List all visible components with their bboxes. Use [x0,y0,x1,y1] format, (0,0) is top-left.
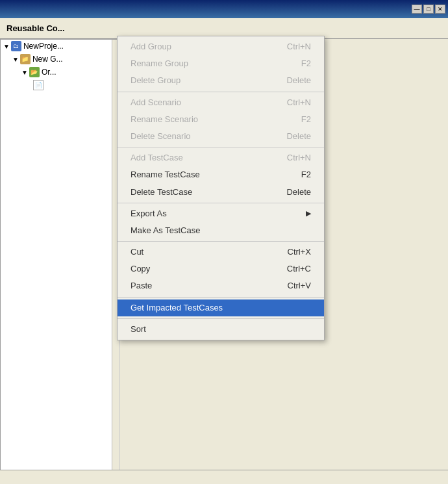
testcase-icon: 📄 [33,80,44,90]
title-bar: — □ ✕ [0,0,448,18]
menu-item-delete-group[interactable]: Delete Group Delete [118,72,324,89]
menu-item-make-as-testcase[interactable]: Make As TestCase [118,222,324,239]
menu-item-copy[interactable]: Copy Ctrl+C [118,261,324,277]
menu-item-add-testcase[interactable]: Add TestCase Ctrl+N [118,149,324,166]
status-bar [0,470,448,484]
menu-section-testcase: Add TestCase Ctrl+N Rename TestCase F2 D… [118,147,324,203]
scenario-icon: 📂 [29,67,40,77]
tree-arrow-group: ▼ [12,56,19,63]
tree-arrow-scenario: ▼ [21,69,28,76]
menu-item-get-impacted[interactable]: Get Impacted TestCases [118,299,324,316]
tree-item-project[interactable]: ▼ 🗂 NewProje... [1,40,119,53]
menu-item-add-scenario[interactable]: Add Scenario Ctrl+N [118,94,324,111]
menu-item-delete-testcase[interactable]: Delete TestCase Delete [118,184,324,201]
menu-item-sort[interactable]: Sort [118,321,324,338]
tree-item-testcase[interactable]: 📄 [1,79,119,92]
minimize-button[interactable]: — [412,5,422,14]
menu-section-clipboard: Cut Ctrl+X Copy Ctrl+C Paste Ctrl+V [118,242,324,298]
menu-section-scenario: Add Scenario Ctrl+N Rename Scenario F2 D… [118,92,324,148]
menu-item-delete-scenario[interactable]: Delete Scenario Delete [118,128,324,145]
tree-panel: ▼ 🗂 NewProje... ▼ 📁 New G... ▼ 📂 Or... 📄 [0,39,120,484]
close-button[interactable]: ✕ [435,5,445,14]
maximize-button[interactable]: □ [423,5,434,14]
tree-label-project: NewProje... [23,42,64,51]
menu-item-export-as[interactable]: Export As ▶ [118,205,324,222]
project-icon: 🗂 [11,41,21,51]
menu-item-paste[interactable]: Paste Ctrl+V [118,277,324,294]
title-bar-controls: — □ ✕ [412,5,445,14]
menu-item-cut[interactable]: Cut Ctrl+X [118,244,324,261]
tree-item-group[interactable]: ▼ 📁 New G... [1,53,119,66]
group-icon: 📁 [20,54,31,64]
tree-label-group: New G... [32,55,63,64]
main-panel: — □ ✕ Reusable Co... ▼ 🗂 NewProje... ▼ 📁… [0,0,448,484]
panel-title: Reusable Co... [6,23,65,33]
menu-section-export: Export As ▶ Make As TestCase [118,203,324,242]
menu-section-impacted: Get Impacted TestCases [118,298,324,319]
tree-label-scenario: Or... [42,68,56,77]
menu-section-group: Add Group Ctrl+N Rename Group F2 Delete … [118,36,324,92]
tree-item-scenario[interactable]: ▼ 📂 Or... [1,66,119,79]
menu-section-sort: Sort [118,319,324,340]
menu-item-rename-group[interactable]: Rename Group F2 [118,55,324,72]
menu-item-add-group[interactable]: Add Group Ctrl+N [118,38,324,55]
menu-item-rename-testcase[interactable]: Rename TestCase F2 [118,166,324,183]
menu-item-rename-scenario[interactable]: Rename Scenario F2 [118,111,324,128]
tree-arrow-project: ▼ [3,43,10,50]
context-menu: Add Group Ctrl+N Rename Group F2 Delete … [117,36,325,340]
